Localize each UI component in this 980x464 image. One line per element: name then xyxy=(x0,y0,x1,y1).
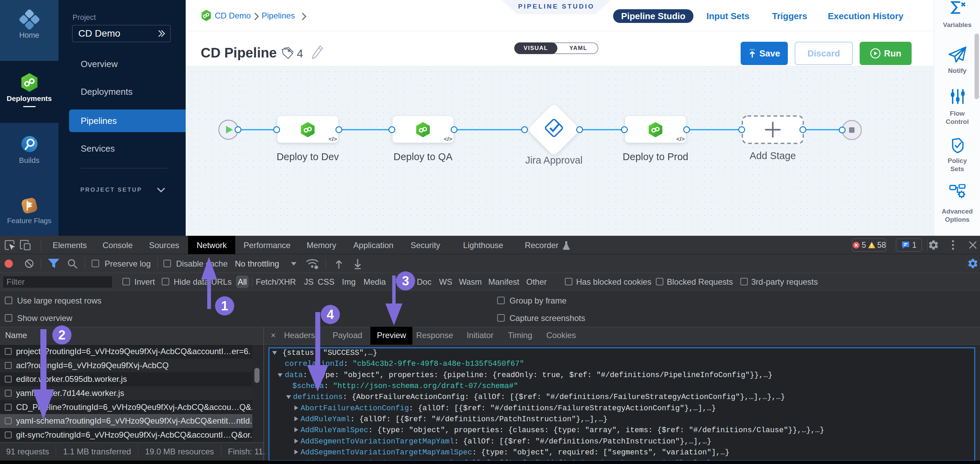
svg-text:Deploy to QA: Deploy to QA xyxy=(394,151,453,162)
svg-text:Deploy to Prod: Deploy to Prod xyxy=(623,151,688,162)
svg-text:Deploy to Dev: Deploy to Dev xyxy=(277,151,339,162)
svg-text:</>: </> xyxy=(444,136,452,142)
svg-text:</>: </> xyxy=(329,136,337,142)
svg-text:Jira Approval: Jira Approval xyxy=(525,155,583,166)
svg-text:</>: </> xyxy=(676,136,685,142)
svg-text:Add Stage: Add Stage xyxy=(749,150,796,161)
